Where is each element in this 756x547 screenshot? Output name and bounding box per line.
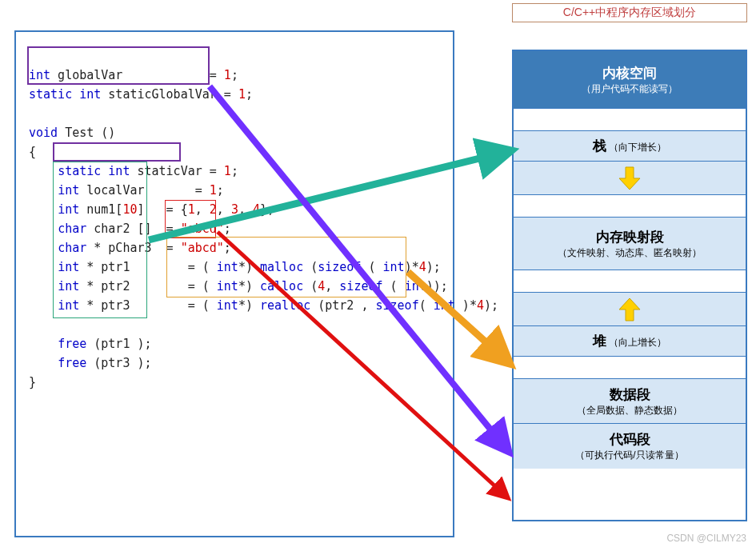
seg-kernel: 内核空间 （用户代码不能读写）	[514, 51, 746, 109]
seg-heap-arrow	[514, 293, 746, 326]
box-static-local	[53, 142, 181, 162]
seg-stack-arrow	[514, 162, 746, 195]
seg-data: 数据段 （全局数据、静态数据）	[514, 379, 746, 424]
seg-spacer-1	[514, 109, 746, 131]
arrow-up-icon	[616, 297, 643, 322]
box-stack-vars	[53, 162, 147, 318]
seg-kernel-title: 内核空间	[602, 64, 657, 82]
arrow-down-icon	[616, 166, 643, 191]
seg-spacer-4	[514, 357, 746, 379]
seg-mmap: 内存映射段 （文件映射、动态库、匿名映射）	[514, 218, 746, 270]
seg-stack: 栈 （向下增长）	[514, 131, 746, 162]
diagram-title: C/C++中程序内存区域划分	[512, 3, 747, 22]
seg-code: 代码段 （可执行代码/只读常量）	[514, 424, 746, 469]
seg-kernel-note: （用户代码不能读写）	[582, 82, 678, 96]
box-global-static	[27, 46, 210, 85]
seg-spacer-2	[514, 195, 746, 218]
memory-layout: 内核空间 （用户代码不能读写） 栈 （向下增长） 内存映射段 （文件映射、动态库…	[512, 50, 747, 521]
box-string-literals	[165, 200, 216, 238]
svg-marker-0	[619, 167, 640, 190]
box-heap-allocs	[166, 237, 406, 297]
svg-marker-1	[619, 298, 640, 321]
watermark: CSDN @CILMY23	[666, 533, 746, 544]
seg-spacer-3	[514, 270, 746, 293]
seg-heap: 堆 （向上增长）	[514, 326, 746, 357]
